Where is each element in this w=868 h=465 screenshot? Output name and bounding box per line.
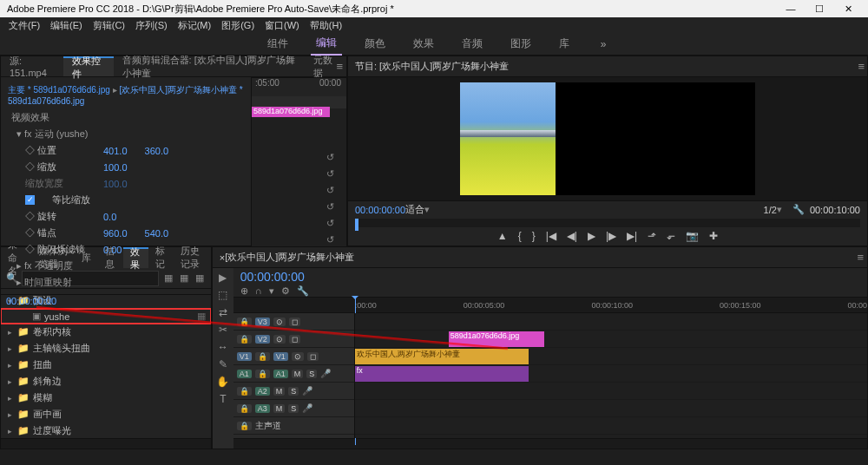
hand-tool-icon[interactable]: ✋ bbox=[216, 376, 229, 388]
track-a1[interactable]: A1 bbox=[273, 370, 288, 378]
track-a3[interactable]: A3 bbox=[255, 404, 270, 413]
lock-icon[interactable]: 🔒 bbox=[237, 318, 252, 326]
track-output[interactable]: ◻ bbox=[307, 352, 319, 361]
source-v1[interactable]: V1 bbox=[237, 352, 252, 361]
tab-effect-controls[interactable]: 效果控件 bbox=[63, 56, 114, 76]
prop-anchor-x[interactable]: 960.0 bbox=[103, 228, 128, 239]
track-v2[interactable]: V2 bbox=[255, 335, 270, 344]
prop-rotation-value[interactable]: 0.0 bbox=[103, 212, 116, 222]
mini-clip[interactable]: 589d1a076d6d6.jpg bbox=[252, 107, 330, 117]
tree-item-preset[interactable]: ▣ yushe▦ bbox=[1, 309, 211, 324]
solo-icon[interactable]: S bbox=[288, 387, 299, 396]
tree-item[interactable]: 📁 模糊 bbox=[1, 390, 211, 406]
menu-sequence[interactable]: 序列(S) bbox=[132, 19, 171, 32]
reset-icon[interactable]: ↺ bbox=[326, 185, 334, 196]
menu-help[interactable]: 帮助(H) bbox=[306, 19, 345, 32]
track-toggle[interactable]: ⊙ bbox=[273, 335, 286, 344]
tab-source[interactable]: 源: 151.mp4 bbox=[1, 56, 63, 76]
menu-clip[interactable]: 剪辑(C) bbox=[89, 19, 128, 32]
goto-out-icon[interactable]: ▶| bbox=[627, 230, 637, 242]
mute-icon[interactable]: M bbox=[273, 387, 286, 396]
lock-icon[interactable]: 🔒 bbox=[237, 387, 252, 396]
type-tool-icon[interactable]: T bbox=[220, 393, 226, 405]
razor-tool-icon[interactable]: ✂ bbox=[219, 324, 227, 336]
close-button[interactable]: ✕ bbox=[835, 3, 861, 15]
prop-scale-value[interactable]: 100.0 bbox=[103, 162, 128, 173]
workspace-editing[interactable]: 编辑 bbox=[311, 32, 342, 56]
effects-tree[interactable]: 📁 预设▣ yushe▦📁 卷积内核📁 主轴镜头扭曲📁 扭曲📁 斜角边📁 模糊📁… bbox=[1, 289, 211, 438]
workspace-graphics[interactable]: 图形 bbox=[505, 33, 536, 55]
tab-audio-mixer[interactable]: 音频剪辑混合器: [欢乐中国人]两岁广场舞小神童 bbox=[114, 56, 305, 76]
add-marker-icon[interactable]: ▲ bbox=[497, 230, 508, 242]
program-monitor[interactable] bbox=[348, 77, 867, 200]
track-a2[interactable]: A2 bbox=[255, 387, 270, 396]
prop-anchor-y[interactable]: 540.0 bbox=[145, 228, 169, 239]
menu-graphics[interactable]: 图形(G) bbox=[218, 19, 258, 32]
workspace-audio[interactable]: 音频 bbox=[457, 33, 488, 55]
mic-icon[interactable]: 🎤 bbox=[320, 369, 331, 378]
track-v3[interactable]: V3 bbox=[255, 318, 270, 326]
timeline-scroll[interactable] bbox=[233, 438, 867, 449]
lock-icon[interactable]: 🔒 bbox=[255, 352, 270, 361]
slip-tool-icon[interactable]: ↔ bbox=[218, 341, 228, 353]
ripple-tool-icon[interactable]: ⇄ bbox=[219, 306, 227, 318]
mark-in-icon[interactable]: { bbox=[518, 230, 522, 242]
solo-icon[interactable]: S bbox=[288, 404, 299, 413]
workspace-color[interactable]: 颜色 bbox=[359, 33, 391, 55]
program-ruler[interactable] bbox=[355, 219, 860, 227]
linked-selection-icon[interactable]: ∩ bbox=[255, 285, 262, 297]
prop-position-y[interactable]: 360.0 bbox=[145, 146, 169, 156]
mute-icon[interactable]: M bbox=[273, 404, 286, 413]
clip-a1[interactable]: fx bbox=[355, 366, 529, 382]
clip-v2[interactable]: 589d1a076d6d6.jpg bbox=[449, 331, 544, 347]
play-icon[interactable]: ▶ bbox=[588, 230, 595, 242]
tree-item[interactable]: 📁 画中画 bbox=[1, 406, 211, 422]
prop-antiflicker-value[interactable]: 0.00 bbox=[103, 245, 122, 255]
extract-icon[interactable]: ⬐ bbox=[667, 230, 675, 242]
timeline-tc[interactable]: 00:00:00:00 bbox=[240, 270, 305, 284]
lock-icon[interactable]: 🔒 bbox=[237, 422, 252, 430]
timeline-title[interactable]: [欢乐中国人]两岁广场舞小神童 bbox=[225, 251, 354, 264]
track-select-tool-icon[interactable]: ⬚ bbox=[218, 289, 227, 301]
panel-menu-icon[interactable]: ≡ bbox=[857, 251, 864, 264]
mute-icon[interactable]: M bbox=[292, 370, 304, 378]
tree-item[interactable]: 📁 主轴镜头扭曲 bbox=[1, 340, 211, 357]
clip-v1[interactable]: 欢乐中国人,两岁广场舞小神童 bbox=[355, 349, 529, 364]
tree-item[interactable]: 📁 斜角边 bbox=[1, 373, 211, 390]
track-v1[interactable]: V1 bbox=[273, 352, 288, 361]
timeline-ruler[interactable]: :00:00 00:00:05:00 00:00:10:00 00:00:15:… bbox=[233, 298, 867, 313]
lock-icon[interactable]: 🔒 bbox=[255, 370, 270, 378]
snap-icon[interactable]: ⊕ bbox=[240, 285, 248, 297]
lift-icon[interactable]: ⬏ bbox=[648, 230, 656, 242]
program-scale[interactable]: 1/2 bbox=[764, 205, 777, 215]
fx-timeremap[interactable]: 时间重映射 bbox=[24, 277, 72, 287]
menu-edit[interactable]: 编辑(E) bbox=[47, 19, 86, 32]
track-toggle[interactable]: ⊙ bbox=[292, 352, 304, 361]
reset-icon[interactable]: ↺ bbox=[326, 218, 334, 229]
settings-icon[interactable]: ⚙ bbox=[281, 285, 290, 297]
goto-in-icon[interactable]: |◀ bbox=[546, 230, 556, 242]
reset-icon[interactable]: ↺ bbox=[326, 152, 334, 163]
fx-motion[interactable]: fx 运动 (yushe) bbox=[24, 128, 88, 139]
minimize-button[interactable]: — bbox=[778, 3, 804, 14]
track-toggle[interactable]: ⊙ bbox=[273, 318, 286, 326]
workspace-libraries[interactable]: 库 bbox=[554, 33, 575, 55]
mic-icon[interactable]: 🎤 bbox=[302, 386, 312, 396]
export-frame-icon[interactable]: 📷 bbox=[686, 230, 699, 242]
lock-icon[interactable]: 🔒 bbox=[237, 335, 252, 344]
step-fwd-icon[interactable]: |▶ bbox=[606, 230, 616, 242]
fx-opacity[interactable]: fx 不透明度 bbox=[24, 260, 73, 271]
menu-window[interactable]: 窗口(W) bbox=[261, 19, 303, 32]
tree-item[interactable]: 📁 过度曝光 bbox=[1, 422, 211, 438]
reset-icon[interactable]: ↺ bbox=[326, 234, 334, 246]
selection-tool-icon[interactable]: ▶ bbox=[219, 272, 227, 284]
solo-icon[interactable]: S bbox=[306, 370, 317, 378]
track-output[interactable]: ◻ bbox=[289, 335, 300, 344]
panel-menu-icon[interactable]: ≡ bbox=[858, 60, 865, 73]
source-a1[interactable]: A1 bbox=[237, 370, 252, 378]
menu-marker[interactable]: 标记(M) bbox=[174, 19, 215, 32]
marker-icon[interactable]: ▾ bbox=[269, 285, 274, 297]
workspace-more[interactable]: » bbox=[601, 38, 607, 50]
menu-file[interactable]: 文件(F) bbox=[5, 19, 43, 32]
step-back-icon[interactable]: ◀| bbox=[567, 230, 577, 242]
